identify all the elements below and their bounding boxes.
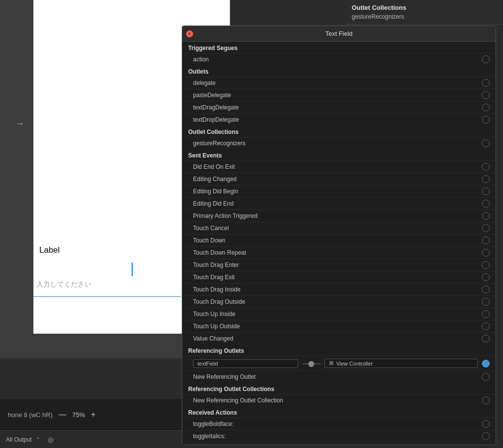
row-label: Touch Drag Enter — [193, 262, 239, 268]
list-item: Touch Up Inside — [182, 308, 496, 320]
list-item: Touch Drag Inside — [182, 283, 496, 295]
row-label: toggleBoldface: — [193, 421, 234, 427]
output-label: All Output — [6, 436, 32, 443]
row-label: Editing Changed — [193, 176, 237, 183]
row-label: Touch Cancel — [193, 225, 229, 232]
connection-circle[interactable] — [482, 335, 490, 343]
zoom-minus-btn[interactable]: — — [58, 410, 66, 419]
close-button[interactable]: ✕ — [186, 30, 193, 37]
connection-circle[interactable] — [482, 200, 490, 208]
list-item: toggleUnderline: — [182, 442, 496, 445]
list-item: Editing Did Begin — [182, 185, 496, 197]
row-label: Primary Action Triggered — [193, 212, 257, 219]
ref-outlet-target: ⌘ View Controller — [324, 359, 478, 368]
list-item: New Referencing Outlet — [182, 370, 496, 383]
connection-circle[interactable] — [482, 322, 490, 330]
connection-circle[interactable] — [482, 432, 490, 440]
outlet-top-title: Outlet Collections — [352, 4, 497, 11]
connections-panel: ✕ Text Field Triggered SeguesactionOutle… — [182, 26, 496, 445]
connection-circle[interactable] — [482, 396, 490, 404]
list-item: action — [182, 53, 496, 65]
connection-circle[interactable] — [482, 91, 490, 99]
list-item: delegate — [182, 77, 496, 89]
list-item: Touch Drag Enter — [182, 259, 496, 271]
panel-title: Text Field — [325, 30, 353, 37]
connection-circle[interactable] — [482, 373, 490, 381]
text-field-placeholder: 入力してください — [36, 280, 91, 289]
list-item: Touch Down — [182, 234, 496, 246]
row-label: Editing Did End — [193, 200, 234, 207]
row-label: Did End On Exit — [193, 163, 235, 170]
row-label: Touch Up Outside — [193, 323, 240, 330]
connection-circle[interactable] — [482, 310, 490, 318]
list-item: textDropDelegate — [182, 113, 496, 126]
list-item: Touch Up Outside — [182, 320, 496, 332]
row-label: Touch Drag Exit — [193, 274, 235, 281]
connection-circle[interactable] — [482, 237, 490, 244]
row-label: New Referencing Outlet — [193, 373, 255, 380]
output-arrow-icon: ⌃ — [36, 437, 40, 442]
section-header: Referencing Outlet Collections — [182, 383, 496, 394]
zoom-plus-btn[interactable]: + — [91, 410, 95, 419]
connector-icon: —⬤— — [302, 360, 320, 367]
row-label: pasteDelegate — [193, 92, 231, 99]
ref-outlet-field: textField — [193, 359, 298, 368]
zoom-level: 75% — [72, 411, 85, 419]
row-label: Touch Up Inside — [193, 311, 235, 317]
connection-circle[interactable] — [482, 273, 490, 281]
connection-circle[interactable] — [482, 224, 490, 232]
connection-circle[interactable] — [482, 420, 490, 428]
output-icon: ◎ — [48, 436, 54, 444]
list-item: textDragDelegate — [182, 101, 496, 113]
connection-circle[interactable] — [482, 104, 490, 111]
ref-outlet-filled-circle[interactable] — [482, 360, 490, 368]
connection-circle[interactable] — [482, 55, 490, 63]
row-label: toggleItalics: — [193, 433, 226, 440]
row-label: Touch Drag Outside — [193, 298, 245, 305]
connection-circle[interactable] — [482, 212, 490, 220]
row-label: Editing Did Begin — [193, 188, 238, 195]
row-label: action — [193, 56, 209, 63]
connection-circle[interactable] — [482, 261, 490, 269]
list-item: Editing Changed — [182, 173, 496, 185]
outlet-top-item: gestureRecognizers — [352, 13, 497, 20]
cursor-line — [132, 263, 133, 276]
outlet-top-panel: Outlet Collections gestureRecognizers — [346, 0, 503, 25]
connection-circle[interactable] — [482, 249, 490, 257]
row-label: Touch Drag Inside — [193, 286, 241, 293]
connection-circle[interactable] — [482, 175, 490, 183]
list-item: Touch Drag Exit — [182, 271, 496, 283]
list-item: Did End On Exit — [182, 160, 496, 173]
connection-circle[interactable] — [482, 139, 490, 147]
list-item: Value Changed — [182, 332, 496, 344]
connection-circle[interactable] — [482, 116, 490, 124]
section-header: Referencing Outlets — [182, 344, 496, 356]
list-item: toggleBoldface: — [182, 418, 496, 430]
list-item: Touch Cancel — [182, 222, 496, 234]
referencing-outlet-row[interactable]: textField —⬤— ⌘ View Controller — [182, 356, 496, 370]
connection-circle[interactable] — [482, 286, 490, 293]
section-header: Sent Events — [182, 149, 496, 160]
list-item: gestureRecognizers — [182, 137, 496, 149]
connection-circle[interactable] — [482, 79, 490, 87]
row-label: delegate — [193, 79, 216, 86]
section-header: Received Actions — [182, 406, 496, 418]
list-item: Touch Drag Outside — [182, 295, 496, 308]
row-label: textDragDelegate — [193, 104, 239, 111]
canvas-label: Label — [39, 245, 60, 255]
text-field-input[interactable]: 入力してください — [33, 272, 181, 297]
list-item: pasteDelegate — [182, 89, 496, 101]
list-item: New Referencing Outlet Collection — [182, 394, 496, 406]
device-label: hone 8 (wC hR) — [8, 411, 53, 419]
connection-circle[interactable] — [482, 298, 490, 306]
row-label: Value Changed — [193, 335, 233, 342]
panel-content: Triggered SeguesactionOutletsdelegatepas… — [182, 42, 496, 445]
section-header: Triggered Segues — [182, 42, 496, 53]
connection-circle[interactable] — [482, 445, 490, 445]
list-item: Primary Action Triggered — [182, 210, 496, 222]
arrow-icon: → — [15, 118, 25, 129]
connection-circle[interactable] — [482, 187, 490, 195]
row-label: Touch Down — [193, 237, 225, 244]
connection-circle[interactable] — [482, 163, 490, 171]
list-item: Editing Did End — [182, 197, 496, 210]
